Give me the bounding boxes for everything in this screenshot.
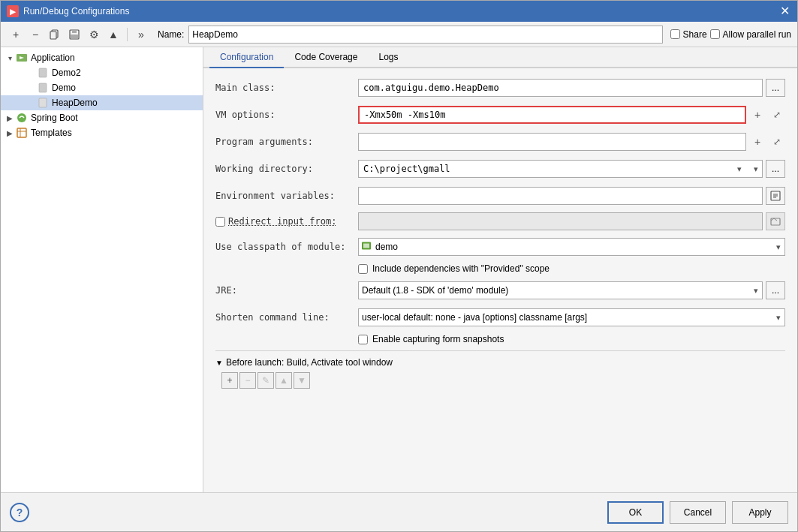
program-args-row: Program arguments: + ⤢: [215, 131, 785, 152]
working-dir-browse-button[interactable]: ...: [766, 160, 785, 178]
more-button[interactable]: »: [132, 26, 150, 44]
include-deps-checkbox[interactable]: [358, 264, 368, 274]
settings-button[interactable]: ⚙: [85, 26, 103, 44]
spring-toggle: ▶: [4, 114, 16, 122]
demo-icon: [37, 82, 49, 94]
redirect-input[interactable]: [358, 212, 763, 230]
tab-configuration[interactable]: Configuration: [209, 47, 284, 68]
vm-options-label: VM options:: [215, 110, 358, 120]
parallel-checkbox[interactable]: [710, 29, 720, 39]
program-args-input[interactable]: [358, 133, 746, 151]
before-launch-label: Before launch: Build, Activate tool wind…: [226, 357, 393, 368]
program-args-field: + ⤢: [358, 133, 785, 151]
share-checkbox[interactable]: [670, 29, 680, 39]
application-icon: [16, 52, 28, 64]
svg-rect-3: [72, 30, 77, 33]
capture-label: Enable capturing form snapshots: [372, 334, 504, 344]
dialog-title: Run/Debug Configurations: [23, 6, 129, 17]
vm-options-fullscreen-button[interactable]: ⤢: [769, 107, 785, 123]
templates-label: Templates: [31, 128, 72, 138]
close-button[interactable]: ✕: [778, 5, 791, 17]
save-config-button[interactable]: [65, 26, 83, 44]
tab-logs[interactable]: Logs: [368, 47, 408, 68]
jre-field: Default (1.8 - SDK of 'demo' module) ...: [358, 281, 785, 299]
move-up-button[interactable]: ▲: [104, 26, 122, 44]
env-vars-label: Environment variables:: [215, 191, 358, 201]
config-content: Main class: ... VM options: + ⤢: [203, 68, 797, 492]
vm-options-expand-button[interactable]: +: [749, 107, 766, 123]
svg-rect-11: [17, 128, 26, 137]
program-args-fullscreen-button[interactable]: ⤢: [769, 134, 785, 150]
jre-browse-button[interactable]: ...: [766, 281, 785, 299]
tree-demo[interactable]: Demo: [1, 80, 203, 95]
tree-heapdemo[interactable]: HeapDemo: [1, 95, 203, 110]
tree-demo2[interactable]: Demo2: [1, 65, 203, 80]
working-dir-input[interactable]: [358, 160, 763, 178]
program-args-expand-button[interactable]: +: [749, 134, 766, 150]
bl-edit-button[interactable]: ✎: [257, 372, 274, 389]
env-vars-input[interactable]: [358, 187, 763, 205]
main-area: ▾ Application Demo2: [1, 47, 797, 492]
working-dir-field: ▾ ...: [358, 160, 785, 178]
run-debug-dialog: ▶ Run/Debug Configurations ✕ + − ⚙ ▲ » N…: [0, 0, 798, 532]
redirect-row: Redirect input from:: [215, 212, 785, 230]
tab-code-coverage[interactable]: Code Coverage: [284, 47, 368, 68]
jre-row: JRE: Default (1.8 - SDK of 'demo' module…: [215, 280, 785, 301]
bl-add-button[interactable]: +: [221, 372, 238, 389]
demo2-icon: [37, 67, 49, 79]
copy-config-button[interactable]: [46, 26, 64, 44]
svg-rect-9: [39, 98, 47, 107]
before-launch-toolbar: + − ✎ ▲ ▼: [215, 372, 785, 389]
app-icon: ▶: [7, 5, 19, 17]
apply-button[interactable]: Apply: [732, 501, 788, 524]
redirect-browse-button[interactable]: [766, 212, 785, 230]
bl-move-down-button[interactable]: ▼: [294, 372, 310, 389]
classpath-row: Use classpath of module: demo: [215, 236, 785, 257]
main-class-browse-button[interactable]: ...: [766, 79, 785, 97]
vm-options-input[interactable]: [358, 106, 746, 124]
tree-application[interactable]: ▾ Application: [1, 50, 203, 65]
program-args-label: Program arguments:: [215, 137, 358, 147]
heapdemo-icon: [37, 97, 49, 109]
tree-templates[interactable]: ▶ Templates: [1, 125, 203, 140]
capture-row: Enable capturing form snapshots: [215, 334, 785, 344]
tree-spring-boot[interactable]: ▶ Spring Boot: [1, 110, 203, 125]
classpath-select[interactable]: demo: [358, 238, 785, 256]
shorten-select[interactable]: user-local default: none - java [options…: [358, 308, 785, 326]
tabs-bar: Configuration Code Coverage Logs: [203, 47, 797, 68]
share-label: Share: [683, 29, 707, 40]
working-dir-row: Working directory: ▾ ...: [215, 158, 785, 179]
env-vars-row: Environment variables:: [215, 185, 785, 206]
spring-label: Spring Boot: [31, 113, 78, 123]
svg-point-10: [17, 113, 26, 122]
spring-icon: [16, 112, 28, 124]
include-deps-label: Include dependencies with "Provided" sco…: [372, 263, 550, 274]
heapdemo-label: HeapDemo: [52, 98, 98, 108]
main-class-input[interactable]: [358, 79, 763, 97]
redirect-checkbox[interactable]: [215, 217, 225, 227]
bl-move-up-button[interactable]: ▲: [276, 372, 292, 389]
remove-config-button[interactable]: −: [26, 26, 44, 44]
include-deps-row: Include dependencies with "Provided" sco…: [215, 263, 785, 274]
capture-checkbox[interactable]: [358, 335, 368, 344]
application-toggle: ▾: [4, 54, 16, 62]
env-vars-edit-button[interactable]: [766, 187, 785, 205]
before-launch-toggle[interactable]: ▼: [215, 359, 223, 367]
name-input[interactable]: [188, 26, 662, 44]
jre-select[interactable]: Default (1.8 - SDK of 'demo' module): [358, 281, 763, 299]
redirect-label: Redirect input from:: [228, 216, 371, 227]
template-icon: [16, 127, 28, 139]
bl-remove-button[interactable]: −: [239, 372, 256, 389]
cancel-button[interactable]: Cancel: [670, 501, 726, 524]
ok-button[interactable]: OK: [607, 501, 664, 524]
add-config-button[interactable]: +: [7, 26, 25, 44]
share-area: Share Allow parallel run: [670, 29, 791, 40]
main-class-field: ...: [358, 79, 785, 97]
parallel-label: Allow parallel run: [723, 29, 791, 40]
demo2-label: Demo2: [52, 68, 81, 78]
shorten-row: Shorten command line: user-local default…: [215, 307, 785, 328]
classpath-field: demo: [358, 238, 785, 256]
help-button[interactable]: ?: [10, 503, 29, 522]
before-launch-title: ▼ Before launch: Build, Activate tool wi…: [215, 357, 785, 368]
redirect-label-area: Redirect input from:: [215, 216, 358, 227]
